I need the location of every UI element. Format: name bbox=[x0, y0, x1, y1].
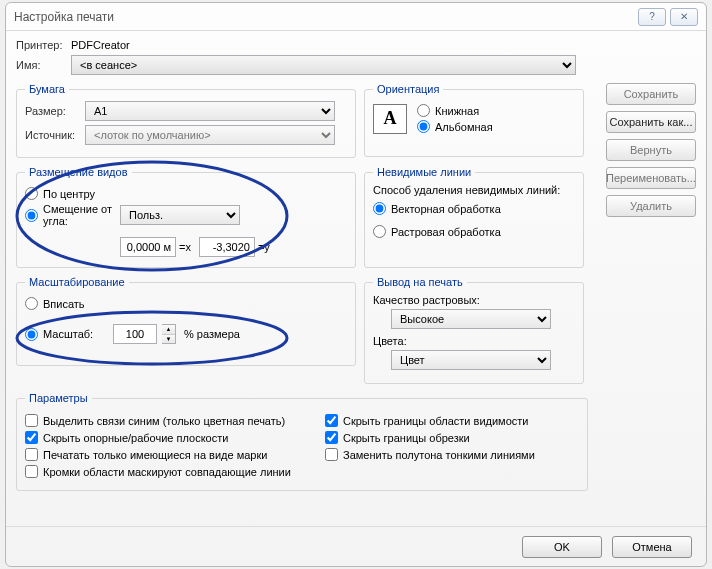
color-select[interactable]: Цвет bbox=[391, 350, 551, 370]
zoom-legend: Масштабирование bbox=[25, 276, 129, 288]
titlebar: Настройка печати ? ✕ bbox=[6, 3, 706, 31]
fit-radio[interactable]: Вписать bbox=[25, 297, 347, 310]
zoom-radio[interactable]: Масштаб: ▲▼ % размера bbox=[25, 324, 347, 344]
options-group: Параметры Выделить связи синим (только ц… bbox=[16, 392, 588, 491]
spin-down-icon: ▼ bbox=[162, 335, 175, 344]
dialog-title: Настройка печати bbox=[14, 10, 634, 24]
hidden-legend: Невидимые линии bbox=[373, 166, 475, 178]
close-button[interactable]: ✕ bbox=[670, 8, 698, 26]
save-as-button[interactable]: Сохранить как... bbox=[606, 111, 696, 133]
zoom-suffix: % размера bbox=[184, 328, 240, 340]
paper-size-select[interactable]: A1 bbox=[85, 101, 335, 121]
size-label: Размер: bbox=[25, 105, 85, 117]
paper-source-select[interactable]: <лоток по умолчанию> bbox=[85, 125, 335, 145]
dialog-footer: OK Отмена bbox=[6, 526, 706, 566]
center-radio[interactable]: По центру bbox=[25, 187, 347, 200]
zoom-value-input[interactable] bbox=[113, 324, 157, 344]
portrait-radio[interactable]: Книжная bbox=[417, 104, 493, 117]
placement-legend: Размещение видов bbox=[25, 166, 132, 178]
raster-quality-select[interactable]: Высокое bbox=[391, 309, 551, 329]
cancel-button[interactable]: Отмена bbox=[612, 536, 692, 558]
y-suffix: =y bbox=[258, 241, 270, 253]
appearance-legend: Вывод на печать bbox=[373, 276, 467, 288]
offset-y-input[interactable] bbox=[199, 237, 255, 257]
spin-up-icon: ▲ bbox=[162, 325, 175, 335]
raster-q-label: Качество растровых: bbox=[373, 294, 575, 306]
source-label: Источник: bbox=[25, 129, 85, 141]
opt-print-tags[interactable]: Печатать только имеющиеся на виде марки bbox=[25, 448, 325, 461]
right-buttons: Сохранить Сохранить как... Вернуть Переи… bbox=[606, 83, 696, 223]
color-label: Цвета: bbox=[373, 335, 575, 347]
ok-button[interactable]: OK bbox=[522, 536, 602, 558]
revert-button[interactable]: Вернуть bbox=[606, 139, 696, 161]
paper-group: Бумага Размер: A1 Источник: <лоток по ум… bbox=[16, 83, 356, 158]
help-button[interactable]: ? bbox=[638, 8, 666, 26]
opt-hide-crop[interactable]: Скрыть границы обрезки bbox=[325, 431, 535, 444]
orientation-group: Ориентация A Книжная Альбомная bbox=[364, 83, 584, 157]
opt-mask-edges[interactable]: Кромки области маскируют совпадающие лин… bbox=[25, 465, 325, 478]
x-suffix: =x bbox=[179, 241, 191, 253]
name-select[interactable]: <в сеансе> bbox=[71, 55, 576, 75]
opt-hide-workplanes[interactable]: Скрыть опорные/рабочие плоскости bbox=[25, 431, 325, 444]
printer-label: Принтер: bbox=[16, 39, 71, 51]
orientation-icon: A bbox=[373, 104, 407, 134]
orientation-legend: Ориентация bbox=[373, 83, 443, 95]
landscape-radio[interactable]: Альбомная bbox=[417, 120, 493, 133]
opt-replace-halftone[interactable]: Заменить полутона тонкими линиями bbox=[325, 448, 535, 461]
print-setup-dialog: Настройка печати ? ✕ Принтер: PDFCreator… bbox=[5, 2, 707, 567]
appearance-group: Вывод на печать Качество растровых: Высо… bbox=[364, 276, 584, 384]
hidden-method-label: Способ удаления невидимых линий: bbox=[373, 184, 575, 196]
offset-radio[interactable]: Смещение от угла: Польз. bbox=[25, 203, 347, 227]
rename-button[interactable]: Переименовать... bbox=[606, 167, 696, 189]
save-button[interactable]: Сохранить bbox=[606, 83, 696, 105]
paper-legend: Бумага bbox=[25, 83, 69, 95]
delete-button[interactable]: Удалить bbox=[606, 195, 696, 217]
offset-preset-select[interactable]: Польз. bbox=[120, 205, 240, 225]
zoom-group: Масштабирование Вписать Масштаб: ▲▼ % ра… bbox=[16, 276, 356, 366]
placement-group: Размещение видов По центру Смещение от у… bbox=[16, 166, 356, 268]
opt-highlight-links[interactable]: Выделить связи синим (только цветная печ… bbox=[25, 414, 325, 427]
name-label: Имя: bbox=[16, 59, 71, 71]
options-legend: Параметры bbox=[25, 392, 92, 404]
zoom-spinner[interactable]: ▲▼ bbox=[162, 324, 176, 344]
raster-radio[interactable]: Растровая обработка bbox=[373, 225, 575, 238]
hidden-lines-group: Невидимые линии Способ удаления невидимы… bbox=[364, 166, 584, 268]
printer-value: PDFCreator bbox=[71, 39, 130, 51]
opt-hide-scope-boxes[interactable]: Скрыть границы области видимости bbox=[325, 414, 535, 427]
offset-x-input[interactable] bbox=[120, 237, 176, 257]
vector-radio[interactable]: Векторная обработка bbox=[373, 202, 575, 215]
